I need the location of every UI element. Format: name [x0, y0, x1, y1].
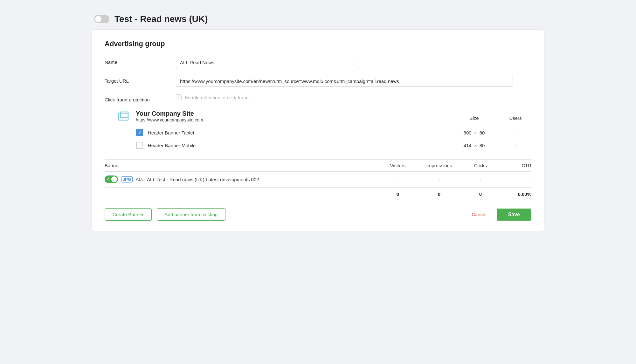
create-banner-button[interactable]: Create Banner	[105, 208, 152, 221]
td-banner: JPG ALL ALL Test - Read news (UK) Latest…	[105, 175, 379, 183]
add-banner-button[interactable]: Add banner from existing	[157, 208, 226, 221]
site-header-info: Your Company Site https://www.yourcompan…	[117, 110, 449, 122]
click-fraud-label: Click-fraud protection	[105, 94, 168, 102]
target-url-row: Target URL	[105, 76, 531, 87]
th-visitors: Visitors	[379, 163, 417, 168]
banner-table-section: Banner Visitors Impressions Clicks CTR J…	[105, 159, 531, 201]
name-row: Name	[105, 57, 531, 68]
click-fraud-row: Click-fraud protection Enable detection …	[105, 94, 531, 102]
td-impressions: -	[417, 177, 461, 182]
target-url-input[interactable]	[176, 76, 513, 87]
site-name: Your Company Site	[136, 110, 449, 117]
banner-mobile-check[interactable]	[135, 141, 144, 150]
row-toggle[interactable]	[105, 175, 118, 183]
site-icon	[117, 111, 131, 122]
click-fraud-checkbox[interactable]	[176, 94, 182, 100]
campaign-toggle[interactable]	[94, 15, 109, 23]
th-banner: Banner	[105, 163, 379, 168]
badge-jpg: JPG	[121, 176, 133, 182]
target-url-field-wrapper	[176, 76, 531, 87]
banner-mobile-dims: 414 × 80	[449, 143, 500, 148]
click-fraud-checkbox-row: Enable detection of click-fraud	[176, 94, 531, 100]
cancel-button[interactable]: Cancel	[467, 209, 492, 220]
section-title: Advertising group	[105, 40, 531, 48]
name-input[interactable]	[176, 57, 360, 68]
table-row: JPG ALL ALL Test - Read news (UK) Latest…	[105, 172, 531, 187]
click-fraud-checkbox-label: Enable detection of click-fraud	[185, 95, 249, 100]
click-fraud-control: Enable detection of click-fraud	[176, 94, 531, 100]
page-wrapper: Test - Read news (UK) Advertising group …	[89, 6, 547, 231]
banner-tablet-check[interactable]	[135, 128, 144, 137]
banner-size-row-mobile: Header Banner Mobile 414 × 80 -	[135, 139, 531, 152]
footer-actions: Create Banner Add banner from existing C…	[105, 208, 531, 221]
page-header: Test - Read news (UK)	[89, 6, 547, 29]
target-url-label: Target URL	[105, 76, 168, 84]
td-clicks: -	[461, 177, 500, 182]
totals-clicks: 0	[461, 191, 500, 197]
th-impressions: Impressions	[417, 163, 461, 168]
site-row-header: Your Company Site https://www.yourcompan…	[117, 110, 531, 126]
site-info: Your Company Site https://www.yourcompan…	[136, 110, 449, 122]
banner-mobile-name: Header Banner Mobile	[148, 143, 449, 148]
page-title: Test - Read news (UK)	[114, 14, 208, 24]
banner-row-name: ALL Test - Read news (UK) Latest develop…	[147, 177, 259, 182]
site-section: Your Company Site https://www.yourcompan…	[105, 110, 531, 152]
banner-mobile-users: -	[500, 143, 531, 148]
banner-tablet-users: -	[500, 130, 531, 135]
totals-visitors: 0	[379, 191, 417, 197]
main-card: Advertising group Name Target URL Click-…	[92, 29, 544, 231]
svg-rect-0	[119, 113, 128, 120]
banner-size-row-tablet: Header Banner Tablet 800 × 80 -	[135, 126, 531, 139]
td-visitors: -	[379, 177, 417, 182]
totals-ctr: 0.00%	[500, 191, 531, 197]
banner-rows: Header Banner Tablet 800 × 80 - Header B…	[117, 126, 531, 152]
td-ctr: -	[500, 177, 531, 182]
th-clicks: Clicks	[461, 163, 500, 168]
name-field-wrapper	[176, 57, 531, 68]
th-ctr: CTR	[500, 163, 531, 168]
col-users-header: Users	[500, 115, 531, 121]
totals-impressions: 0	[417, 191, 461, 197]
site-columns: Size Users	[449, 115, 531, 121]
banner-tablet-name: Header Banner Tablet	[148, 130, 449, 135]
svg-rect-1	[121, 112, 128, 118]
site-url[interactable]: https://www.yourcompanysite.com	[136, 117, 449, 122]
totals-row: 0 0 0 0.00%	[105, 187, 531, 201]
name-label: Name	[105, 57, 168, 65]
table-header: Banner Visitors Impressions Clicks CTR	[105, 160, 531, 172]
badge-scope: ALL	[136, 177, 144, 182]
save-button[interactable]: Save	[497, 209, 531, 221]
col-size-header: Size	[449, 115, 500, 121]
banner-tablet-dims: 800 × 80	[449, 130, 500, 135]
